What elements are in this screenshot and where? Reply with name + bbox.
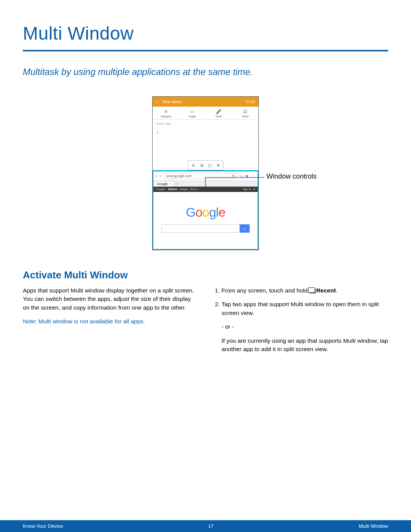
window-controls: ⤭ ⇲ ▢ ✕ [188, 160, 223, 170]
steps-list: From any screen, touch and hold Recent. … [213, 286, 388, 354]
back-icon[interactable]: ← [156, 99, 160, 104]
mic-icon: 🎤 [216, 109, 221, 114]
nav-forward-icon[interactable]: › [159, 173, 162, 179]
browser-tab[interactable]: Google × [154, 181, 174, 187]
search-input[interactable] [161, 224, 240, 233]
drag-icon[interactable]: ⇲ [197, 162, 206, 169]
footer-right: Multi Window [359, 523, 388, 529]
step-2: Tap two apps that support Multi window t… [221, 300, 388, 353]
swap-icon[interactable]: ⤭ [189, 162, 197, 169]
body-columns: Apps that support Multi window display t… [23, 286, 388, 359]
close-icon[interactable]: ✕ [214, 162, 222, 169]
google-search: ⌕ [161, 224, 250, 233]
callout-window-controls: Window controls [266, 173, 317, 181]
google-body: Google ⌕ [153, 192, 258, 249]
tool-category[interactable]: ≡Category [153, 109, 179, 118]
tool-tasks[interactable]: ☑Tasks [232, 109, 259, 118]
page-title: Multi Window [23, 23, 388, 44]
memo-titlebar: ← New memo SAVE [153, 97, 258, 107]
section-title: Activate Multi Window [23, 269, 388, 281]
image-icon: ▭ [190, 109, 194, 114]
recent-icon [309, 289, 315, 293]
tool-image[interactable]: ▭Image [179, 109, 206, 118]
intro-paragraph: Apps that support Multi window display t… [23, 286, 198, 312]
list-icon: ≡ [164, 109, 167, 114]
new-tab-button[interactable]: + [174, 181, 180, 187]
gbar-item[interactable]: Images [179, 188, 188, 190]
footer-page-number: 17 [208, 523, 213, 529]
note-paragraph: Note: Multi window is not available for … [23, 317, 198, 326]
memo-title: New memo [162, 100, 182, 104]
check-icon: ☑ [243, 109, 247, 114]
title-rule [23, 50, 388, 51]
or-separator: - or - [221, 323, 388, 331]
tab-close-icon[interactable]: × [169, 182, 171, 186]
nav-back-icon[interactable]: ‹ [155, 173, 158, 179]
gbar-item[interactable]: More ▾ [190, 188, 199, 190]
tool-voice[interactable]: 🎤Voice [206, 109, 232, 118]
memo-title-input[interactable]: Enter title [153, 120, 258, 128]
footer-left: Know Your Device [23, 523, 63, 529]
memo-toolbar: ≡Category ▭Image 🎤Voice ☑Tasks [153, 107, 258, 120]
page-subtitle: Multitask by using multiple applications… [23, 67, 388, 77]
gbar-item[interactable]: Search [168, 188, 177, 190]
right-column: From any screen, touch and hold Recent. … [213, 286, 388, 359]
maximize-icon[interactable]: ▢ [206, 162, 214, 169]
gbar-item[interactable]: Google+ [156, 188, 166, 190]
left-column: Apps that support Multi window display t… [23, 286, 198, 359]
search-button[interactable]: ⌕ [240, 224, 250, 233]
url-text: www.google.com [166, 174, 192, 178]
step-1: From any screen, touch and hold Recent. [221, 286, 388, 295]
device-screenshot: ← New memo SAVE ≡Category ▭Image 🎤Voice … [152, 96, 259, 250]
google-logo: Google [186, 205, 225, 220]
callout-line [206, 177, 270, 189]
save-button[interactable]: SAVE [246, 100, 255, 104]
page-footer: Know Your Device 17 Multi Window [0, 520, 411, 532]
figure: ← New memo SAVE ≡Category ▭Image 🎤Voice … [23, 96, 388, 250]
